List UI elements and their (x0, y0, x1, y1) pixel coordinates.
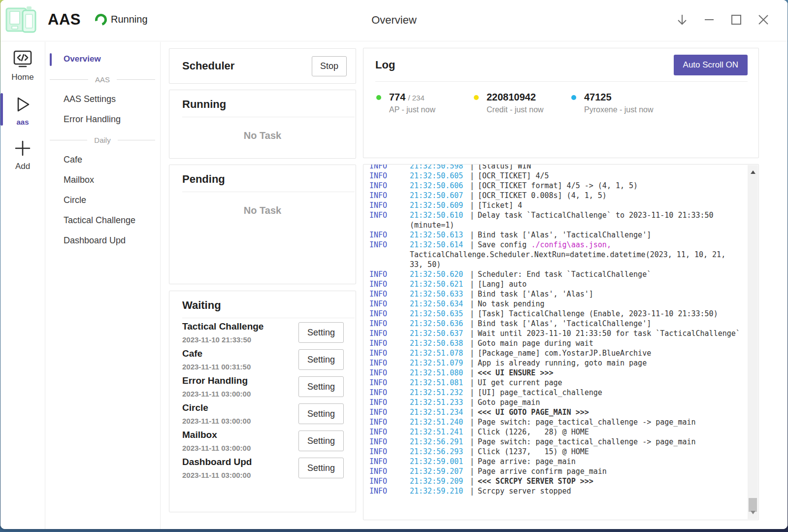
log-row: INFO21:32:50.634|No task pending (369, 299, 758, 309)
stat-label: Credit - just now (487, 105, 544, 114)
nav-item-overview[interactable]: Overview (46, 50, 160, 68)
log-row: INFO21:32:59.207|Page arrive confirm pag… (369, 466, 758, 476)
log-card: Log Auto Scroll ON 774/ 234AP - just now… (363, 48, 759, 158)
log-message: UI get current page (478, 378, 758, 388)
rail-item-home[interactable]: Home (0, 42, 45, 87)
log-message: Click (1226, 28) @ HOME (478, 427, 758, 437)
setting-button[interactable]: Setting (298, 376, 344, 397)
waiting-task-info: Dashboard Upd2023-11-11 03:00:00 (182, 457, 252, 479)
log-separator: | (470, 338, 478, 348)
log-message: Click (1237, 15) @ HOME (478, 447, 758, 457)
scheduler-card: Scheduler Stop (169, 48, 356, 84)
stat-label: Pyroxene - just now (584, 105, 654, 114)
maximize-button[interactable] (722, 7, 750, 33)
log-separator: | (470, 476, 478, 486)
log-timestamp: 21:32:50.605 (410, 171, 470, 181)
stop-button[interactable]: Stop (312, 56, 347, 76)
log-scrollbar[interactable] (748, 165, 758, 519)
log-separator: | (470, 200, 478, 210)
log-timestamp: 21:32:50.609 (410, 200, 470, 210)
setting-button[interactable]: Setting (298, 349, 344, 370)
log-row: INFO21:32:50.613|Bind task ['Alas', 'Tac… (369, 230, 758, 240)
log-separator: | (470, 230, 478, 240)
log-row: INFO21:32:51.078|[Package_name] com.Yost… (369, 348, 758, 358)
log-row: INFO21:32:59.001|Page arrive: page_main (369, 457, 758, 466)
waiting-task-info: Cafe2023-11-11 00:31:50 (182, 348, 251, 371)
stat-pyroxene: 47125Pyroxene - just now (570, 92, 668, 114)
log-level: INFO (369, 427, 410, 437)
log-separator: | (470, 407, 478, 417)
code-monitor-icon (13, 62, 33, 70)
log-message: <<< SCRCPY SERVER STOP >>> (478, 476, 758, 486)
log-level: INFO (369, 240, 410, 250)
log-level: INFO (369, 200, 410, 210)
nav-item-label: Error Handling (64, 114, 121, 124)
log-level: INFO (369, 358, 410, 368)
log-level: INFO (369, 466, 410, 476)
rail-item-add[interactable]: Add (0, 131, 45, 176)
log-row: INFO21:32:56.291|Page switch: page_tacti… (369, 437, 758, 447)
rail-item-aas[interactable]: aas (0, 87, 45, 131)
log-row: INFO21:32:50.598|[Status] WIN (369, 164, 758, 171)
setting-button[interactable]: Setting (298, 322, 344, 343)
nav-item-label: Cafe (64, 155, 82, 165)
pending-card: Pending No Task (169, 165, 356, 284)
nav-sidebar: OverviewAASAAS SettingsError HandlingDai… (46, 42, 161, 529)
log-separator: | (470, 388, 478, 398)
nav-item-circle[interactable]: Circle (46, 191, 160, 210)
pending-empty-text: No Task (169, 205, 356, 216)
log-message: Goto main page during wait (478, 338, 758, 348)
scroll-down-button[interactable] (748, 507, 758, 517)
log-indent (369, 220, 410, 230)
log-row: INFO21:32:50.607|[OCR_TICKET 0.008s] (4,… (369, 191, 758, 200)
nav-group-label: AAS (95, 75, 110, 84)
waiting-task-name: Mailbox (182, 430, 251, 440)
setting-button[interactable]: Setting (298, 403, 344, 424)
log-row: INFO21:32:51.241|Click (1226, 28) @ HOME (369, 427, 758, 437)
log-level: INFO (369, 309, 410, 319)
nav-item-label: Circle (64, 195, 86, 205)
log-timestamp: 21:32:50.621 (410, 279, 470, 289)
setting-button[interactable]: Setting (298, 458, 344, 478)
divider-line (118, 140, 155, 140)
log-level: INFO (369, 181, 410, 191)
log-message: [Status] WIN (478, 164, 758, 171)
log-message-part: Save config (478, 240, 531, 249)
nav-item-cafe[interactable]: Cafe (46, 150, 160, 169)
nav-item-error-handling[interactable]: Error Handling (46, 110, 160, 129)
log-separator: | (470, 368, 478, 378)
waiting-task-name: Circle (182, 402, 251, 413)
log-timestamp: 21:32:50.634 (410, 299, 470, 309)
log-timestamp: 21:32:50.610 (410, 210, 470, 220)
stat-value-row: 220810942 (487, 92, 544, 103)
scroll-up-button[interactable] (748, 167, 758, 177)
log-message: <<< UI GOTO PAGE_MAIN >>> (478, 407, 758, 417)
setting-button[interactable]: Setting (298, 431, 344, 451)
log-timestamp: 21:32:50.620 (410, 269, 470, 279)
stat-value: 220810942 (487, 92, 536, 102)
log-timestamp: 21:32:50.638 (410, 338, 470, 348)
pending-title: Pending (169, 165, 356, 192)
rail-item-label: Home (0, 72, 45, 82)
waiting-title: Waiting (169, 291, 356, 318)
close-button[interactable] (750, 7, 777, 33)
rail-item-label: Add (0, 162, 45, 171)
log-row: INFO21:32:50.633|Bind task ['Alas', 'Ala… (369, 289, 758, 299)
log-separator: | (470, 319, 478, 329)
log-row: INFO21:32:50.605|[OCR_TICKET] 4/5 (369, 171, 758, 181)
nav-item-aas-settings[interactable]: AAS Settings (46, 90, 160, 109)
nav-item-mailbox[interactable]: Mailbox (46, 170, 160, 190)
nav-item-dashboard-upd[interactable]: Dashboard Upd (46, 231, 160, 250)
play-icon (13, 107, 32, 115)
nav-item-tactical-challenge[interactable]: Tactical Challenge (46, 211, 160, 230)
waiting-task-next-run: 2023-11-11 00:31:50 (182, 363, 251, 371)
log-level: INFO (369, 368, 410, 378)
log-separator: | (470, 358, 478, 368)
auto-scroll-button[interactable]: Auto Scroll ON (674, 55, 748, 75)
log-message: [UI] page_tactical_challenge (478, 388, 758, 398)
minimize-button[interactable] (695, 7, 722, 33)
hide-to-tray-button[interactable] (668, 7, 695, 33)
close-icon (757, 14, 769, 26)
log-message: Save config ./config\aas.json, (478, 240, 758, 250)
waiting-task-next-run: 2023-11-11 03:00:00 (182, 471, 252, 479)
